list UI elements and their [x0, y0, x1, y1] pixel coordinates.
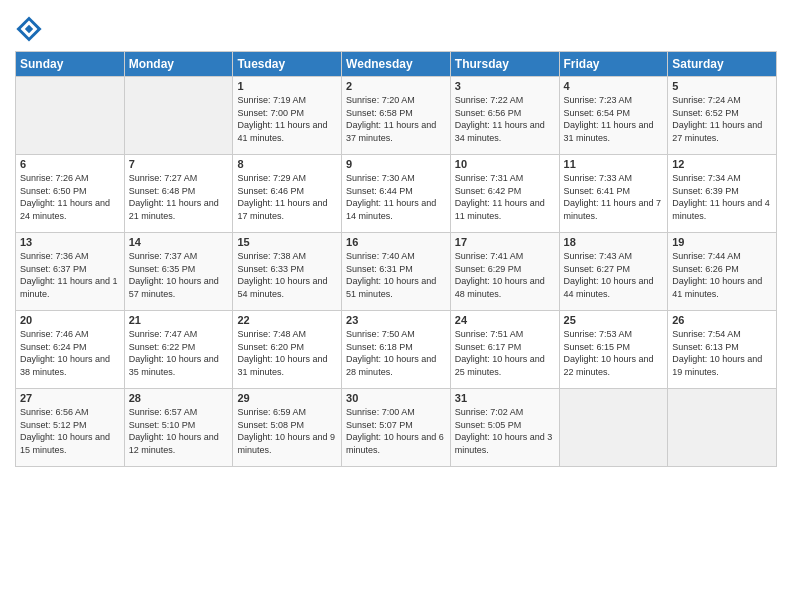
weekday-header-sunday: Sunday	[16, 52, 125, 77]
weekday-header-friday: Friday	[559, 52, 668, 77]
cell-content: Sunrise: 7:24 AM Sunset: 6:52 PM Dayligh…	[672, 94, 772, 144]
calendar-cell: 11Sunrise: 7:33 AM Sunset: 6:41 PM Dayli…	[559, 155, 668, 233]
day-number: 18	[564, 236, 664, 248]
day-number: 3	[455, 80, 555, 92]
calendar-cell	[559, 389, 668, 467]
calendar-cell: 1Sunrise: 7:19 AM Sunset: 7:00 PM Daylig…	[233, 77, 342, 155]
calendar-cell	[668, 389, 777, 467]
calendar-cell: 18Sunrise: 7:43 AM Sunset: 6:27 PM Dayli…	[559, 233, 668, 311]
calendar-cell: 6Sunrise: 7:26 AM Sunset: 6:50 PM Daylig…	[16, 155, 125, 233]
cell-content: Sunrise: 7:47 AM Sunset: 6:22 PM Dayligh…	[129, 328, 229, 378]
cell-content: Sunrise: 7:00 AM Sunset: 5:07 PM Dayligh…	[346, 406, 446, 456]
day-number: 10	[455, 158, 555, 170]
calendar-cell: 7Sunrise: 7:27 AM Sunset: 6:48 PM Daylig…	[124, 155, 233, 233]
calendar-cell: 28Sunrise: 6:57 AM Sunset: 5:10 PM Dayli…	[124, 389, 233, 467]
day-number: 30	[346, 392, 446, 404]
weekday-header-wednesday: Wednesday	[342, 52, 451, 77]
calendar-cell: 4Sunrise: 7:23 AM Sunset: 6:54 PM Daylig…	[559, 77, 668, 155]
day-number: 4	[564, 80, 664, 92]
day-number: 22	[237, 314, 337, 326]
calendar-cell: 20Sunrise: 7:46 AM Sunset: 6:24 PM Dayli…	[16, 311, 125, 389]
calendar-table: SundayMondayTuesdayWednesdayThursdayFrid…	[15, 51, 777, 467]
day-number: 24	[455, 314, 555, 326]
weekday-header-row: SundayMondayTuesdayWednesdayThursdayFrid…	[16, 52, 777, 77]
calendar-cell: 8Sunrise: 7:29 AM Sunset: 6:46 PM Daylig…	[233, 155, 342, 233]
calendar-week-4: 20Sunrise: 7:46 AM Sunset: 6:24 PM Dayli…	[16, 311, 777, 389]
calendar-cell	[124, 77, 233, 155]
day-number: 25	[564, 314, 664, 326]
calendar-cell: 22Sunrise: 7:48 AM Sunset: 6:20 PM Dayli…	[233, 311, 342, 389]
logo-icon	[15, 15, 43, 43]
weekday-header-tuesday: Tuesday	[233, 52, 342, 77]
day-number: 27	[20, 392, 120, 404]
header	[15, 10, 777, 43]
cell-content: Sunrise: 7:29 AM Sunset: 6:46 PM Dayligh…	[237, 172, 337, 222]
calendar-cell: 25Sunrise: 7:53 AM Sunset: 6:15 PM Dayli…	[559, 311, 668, 389]
calendar-cell: 17Sunrise: 7:41 AM Sunset: 6:29 PM Dayli…	[450, 233, 559, 311]
cell-content: Sunrise: 7:23 AM Sunset: 6:54 PM Dayligh…	[564, 94, 664, 144]
calendar-cell: 13Sunrise: 7:36 AM Sunset: 6:37 PM Dayli…	[16, 233, 125, 311]
calendar-week-2: 6Sunrise: 7:26 AM Sunset: 6:50 PM Daylig…	[16, 155, 777, 233]
calendar-cell: 15Sunrise: 7:38 AM Sunset: 6:33 PM Dayli…	[233, 233, 342, 311]
calendar-cell: 14Sunrise: 7:37 AM Sunset: 6:35 PM Dayli…	[124, 233, 233, 311]
cell-content: Sunrise: 7:41 AM Sunset: 6:29 PM Dayligh…	[455, 250, 555, 300]
calendar-cell: 2Sunrise: 7:20 AM Sunset: 6:58 PM Daylig…	[342, 77, 451, 155]
day-number: 8	[237, 158, 337, 170]
cell-content: Sunrise: 7:43 AM Sunset: 6:27 PM Dayligh…	[564, 250, 664, 300]
day-number: 1	[237, 80, 337, 92]
day-number: 15	[237, 236, 337, 248]
calendar-cell	[16, 77, 125, 155]
cell-content: Sunrise: 7:54 AM Sunset: 6:13 PM Dayligh…	[672, 328, 772, 378]
cell-content: Sunrise: 7:53 AM Sunset: 6:15 PM Dayligh…	[564, 328, 664, 378]
cell-content: Sunrise: 7:31 AM Sunset: 6:42 PM Dayligh…	[455, 172, 555, 222]
calendar-cell: 10Sunrise: 7:31 AM Sunset: 6:42 PM Dayli…	[450, 155, 559, 233]
calendar-cell: 27Sunrise: 6:56 AM Sunset: 5:12 PM Dayli…	[16, 389, 125, 467]
day-number: 26	[672, 314, 772, 326]
cell-content: Sunrise: 7:46 AM Sunset: 6:24 PM Dayligh…	[20, 328, 120, 378]
cell-content: Sunrise: 6:59 AM Sunset: 5:08 PM Dayligh…	[237, 406, 337, 456]
day-number: 12	[672, 158, 772, 170]
day-number: 6	[20, 158, 120, 170]
cell-content: Sunrise: 6:56 AM Sunset: 5:12 PM Dayligh…	[20, 406, 120, 456]
day-number: 23	[346, 314, 446, 326]
cell-content: Sunrise: 7:50 AM Sunset: 6:18 PM Dayligh…	[346, 328, 446, 378]
calendar-cell: 3Sunrise: 7:22 AM Sunset: 6:56 PM Daylig…	[450, 77, 559, 155]
page-container: SundayMondayTuesdayWednesdayThursdayFrid…	[0, 0, 792, 477]
day-number: 20	[20, 314, 120, 326]
cell-content: Sunrise: 7:20 AM Sunset: 6:58 PM Dayligh…	[346, 94, 446, 144]
calendar-cell: 12Sunrise: 7:34 AM Sunset: 6:39 PM Dayli…	[668, 155, 777, 233]
logo	[15, 15, 45, 43]
calendar-cell: 31Sunrise: 7:02 AM Sunset: 5:05 PM Dayli…	[450, 389, 559, 467]
day-number: 5	[672, 80, 772, 92]
day-number: 13	[20, 236, 120, 248]
calendar-cell: 29Sunrise: 6:59 AM Sunset: 5:08 PM Dayli…	[233, 389, 342, 467]
calendar-cell: 9Sunrise: 7:30 AM Sunset: 6:44 PM Daylig…	[342, 155, 451, 233]
cell-content: Sunrise: 7:22 AM Sunset: 6:56 PM Dayligh…	[455, 94, 555, 144]
calendar-cell: 30Sunrise: 7:00 AM Sunset: 5:07 PM Dayli…	[342, 389, 451, 467]
day-number: 17	[455, 236, 555, 248]
day-number: 31	[455, 392, 555, 404]
cell-content: Sunrise: 7:44 AM Sunset: 6:26 PM Dayligh…	[672, 250, 772, 300]
day-number: 16	[346, 236, 446, 248]
calendar-cell: 23Sunrise: 7:50 AM Sunset: 6:18 PM Dayli…	[342, 311, 451, 389]
cell-content: Sunrise: 7:26 AM Sunset: 6:50 PM Dayligh…	[20, 172, 120, 222]
cell-content: Sunrise: 7:38 AM Sunset: 6:33 PM Dayligh…	[237, 250, 337, 300]
cell-content: Sunrise: 7:02 AM Sunset: 5:05 PM Dayligh…	[455, 406, 555, 456]
day-number: 14	[129, 236, 229, 248]
calendar-week-5: 27Sunrise: 6:56 AM Sunset: 5:12 PM Dayli…	[16, 389, 777, 467]
cell-content: Sunrise: 7:37 AM Sunset: 6:35 PM Dayligh…	[129, 250, 229, 300]
cell-content: Sunrise: 7:40 AM Sunset: 6:31 PM Dayligh…	[346, 250, 446, 300]
weekday-header-monday: Monday	[124, 52, 233, 77]
calendar-cell: 19Sunrise: 7:44 AM Sunset: 6:26 PM Dayli…	[668, 233, 777, 311]
calendar-cell: 26Sunrise: 7:54 AM Sunset: 6:13 PM Dayli…	[668, 311, 777, 389]
cell-content: Sunrise: 6:57 AM Sunset: 5:10 PM Dayligh…	[129, 406, 229, 456]
cell-content: Sunrise: 7:36 AM Sunset: 6:37 PM Dayligh…	[20, 250, 120, 300]
cell-content: Sunrise: 7:51 AM Sunset: 6:17 PM Dayligh…	[455, 328, 555, 378]
cell-content: Sunrise: 7:48 AM Sunset: 6:20 PM Dayligh…	[237, 328, 337, 378]
day-number: 29	[237, 392, 337, 404]
cell-content: Sunrise: 7:19 AM Sunset: 7:00 PM Dayligh…	[237, 94, 337, 144]
day-number: 28	[129, 392, 229, 404]
day-number: 21	[129, 314, 229, 326]
cell-content: Sunrise: 7:34 AM Sunset: 6:39 PM Dayligh…	[672, 172, 772, 222]
day-number: 9	[346, 158, 446, 170]
